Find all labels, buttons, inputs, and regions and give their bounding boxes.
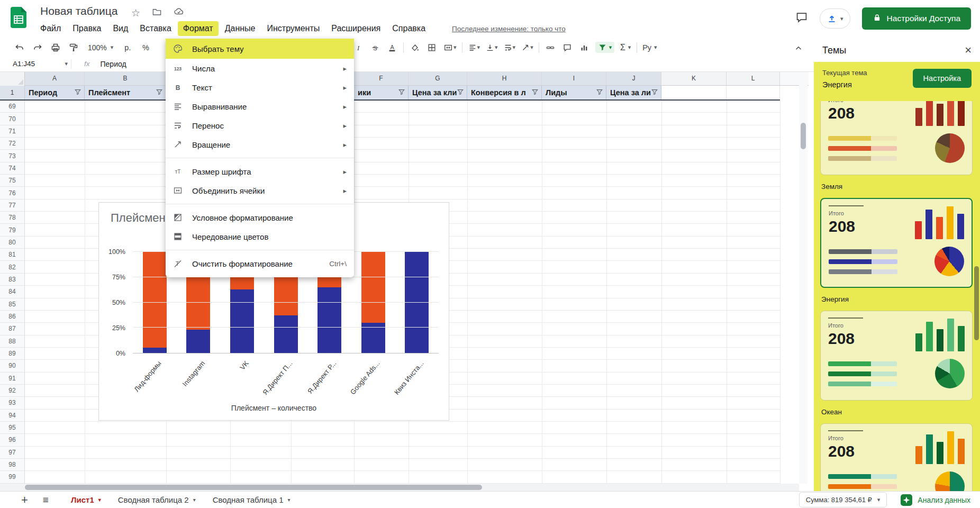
format-percent-button[interactable]: % (140, 41, 151, 55)
text-rotate-icon[interactable]: ▾ (521, 41, 533, 55)
header-cell-F[interactable]: ики (354, 86, 409, 99)
redo-icon[interactable] (32, 41, 43, 55)
header-cell-I[interactable]: Лиды (542, 86, 606, 99)
functions-button[interactable]: Σ▾ (620, 41, 631, 55)
menu-Инструменты[interactable]: Инструменты (261, 21, 325, 36)
format-menu-item-Перенос[interactable]: Перенос▸ (166, 116, 354, 135)
column-header-G[interactable]: G (409, 72, 467, 85)
row-header-94[interactable]: 94 (0, 410, 25, 422)
row-cells[interactable] (25, 459, 780, 471)
row-header-75[interactable]: 75 (0, 175, 25, 187)
customize-theme-button[interactable]: Настройка (913, 69, 972, 88)
row-cells[interactable] (25, 434, 780, 446)
row-header-71[interactable]: 71 (0, 125, 25, 138)
horizontal-scrollbar-thumb[interactable] (25, 485, 482, 490)
column-header-K[interactable]: K (661, 72, 727, 85)
column-header-J[interactable]: J (606, 72, 661, 85)
theme-card-Энергия[interactable]: Итого208 (820, 198, 973, 288)
italic-icon[interactable]: I (352, 41, 364, 55)
menu-Файл[interactable]: Файл (35, 21, 66, 36)
spreadsheet-grid[interactable]: ABCDEFGHIJKL 1ПериодПлейсментикиЦена за … (0, 72, 809, 491)
row-header-79[interactable]: 79 (0, 224, 25, 236)
row-cells[interactable] (25, 447, 780, 459)
row-header-80[interactable]: 80 (0, 237, 25, 249)
menu-Справка[interactable]: Справка (387, 21, 431, 36)
explore-button[interactable]: Анализ данных (901, 494, 970, 506)
row-header-91[interactable]: 91 (0, 373, 25, 385)
row-header-87[interactable]: 87 (0, 323, 25, 335)
format-menu-item-Условное форматирование[interactable]: Условное форматирование (166, 208, 354, 227)
last-edit-link[interactable]: Последнее изменение: только что (452, 25, 566, 33)
row-header-97[interactable]: 97 (0, 447, 25, 459)
strikethrough-icon[interactable]: S (369, 41, 381, 55)
row-cells[interactable] (25, 150, 780, 162)
close-icon[interactable]: × (965, 44, 972, 56)
format-menu-item-Очистить форматирование[interactable]: TОчистить форматированиеCtrl+\ (166, 254, 354, 273)
name-box[interactable]: A1:J45▾ (0, 60, 68, 68)
row-cells[interactable] (25, 471, 780, 483)
sheet-tab-Лист1[interactable]: Лист1▾ (62, 492, 110, 508)
zoom-select[interactable]: 100%▾ (86, 43, 115, 52)
presentation-button[interactable]: ▾ (820, 8, 850, 29)
filter-icon[interactable] (596, 88, 603, 97)
row-header-83[interactable]: 83 (0, 274, 25, 286)
text-color-icon[interactable]: A (386, 41, 398, 55)
document-title[interactable]: Новая таблица (40, 5, 118, 17)
format-menu-item-Чередование цветов[interactable]: Чередование цветов (166, 227, 354, 246)
row-header-72[interactable]: 72 (0, 138, 25, 150)
all-sheets-icon[interactable]: ≡ (43, 494, 49, 506)
format-menu-item-Выбрать тему[interactable]: Выбрать тему (166, 39, 354, 59)
row-header-84[interactable]: 84 (0, 286, 25, 298)
menu-Правка[interactable]: Правка (67, 21, 106, 36)
format-menu-item-Объединить ячейки[interactable]: Объединить ячейки▸ (166, 181, 354, 200)
column-header-F[interactable]: F (354, 72, 409, 85)
filter-icon[interactable] (457, 88, 464, 97)
row-header-77[interactable]: 77 (0, 199, 25, 212)
row-cells[interactable] (25, 138, 780, 150)
vertical-scrollbar-thumb[interactable] (801, 123, 806, 149)
filter-button[interactable]: ▾ (595, 42, 615, 53)
header-cell-J[interactable]: Цена за ли (606, 86, 661, 99)
row-header-85[interactable]: 85 (0, 298, 25, 311)
row-header-88[interactable]: 88 (0, 335, 25, 348)
column-header-A[interactable]: A (25, 72, 85, 85)
format-menu-item-Размер шрифта[interactable]: тТРазмер шрифта▸ (166, 162, 354, 181)
row-cells[interactable] (25, 162, 780, 175)
insert-chart-icon[interactable] (578, 41, 590, 55)
menu-Вид[interactable]: Вид (107, 21, 133, 36)
comment-history-icon[interactable] (795, 11, 808, 26)
header-cell-A[interactable]: Период (25, 86, 85, 99)
sidebar-scrollbar-thumb[interactable] (974, 266, 979, 340)
format-currency-button[interactable]: р. (122, 41, 133, 55)
format-menu-item-Текст[interactable]: BТекст▸ (166, 78, 354, 97)
row-header-70[interactable]: 70 (0, 113, 25, 125)
row-cells[interactable] (25, 113, 780, 125)
format-menu-item-Числа[interactable]: 123Числа▸ (166, 59, 354, 78)
column-header-I[interactable]: I (542, 72, 606, 85)
vertical-scrollbar[interactable] (799, 72, 807, 484)
vertical-align-icon[interactable]: ▾ (485, 41, 498, 55)
menu-Формат[interactable]: Формат (178, 21, 219, 36)
column-header-B[interactable]: B (85, 72, 166, 85)
row-header-81[interactable]: 81 (0, 249, 25, 261)
borders-icon[interactable] (426, 41, 438, 55)
undo-icon[interactable] (14, 41, 25, 55)
horizontal-align-icon[interactable]: ▾ (468, 41, 480, 55)
insert-link-icon[interactable] (545, 41, 556, 55)
menu-Расширения[interactable]: Расширения (326, 21, 386, 36)
paint-format-icon[interactable] (68, 41, 79, 55)
row-header-1[interactable]: 1 (0, 86, 25, 99)
star-icon[interactable]: ☆ (131, 7, 140, 19)
row-cells[interactable] (25, 422, 780, 434)
row-header-76[interactable]: 76 (0, 187, 25, 199)
row-header-74[interactable]: 74 (0, 162, 25, 175)
column-header-H[interactable]: H (467, 72, 542, 85)
row-header-98[interactable]: 98 (0, 459, 25, 471)
share-button[interactable]: Настройки Доступа (862, 7, 971, 30)
format-menu-item-Вращение[interactable]: Вращение▸ (166, 135, 354, 154)
filter-icon[interactable] (531, 88, 539, 97)
row-header-69[interactable]: 69 (0, 101, 25, 113)
input-tools-button[interactable]: Ру▾ (642, 41, 657, 55)
header-cell-K[interactable] (661, 86, 727, 99)
print-icon[interactable] (50, 41, 61, 55)
